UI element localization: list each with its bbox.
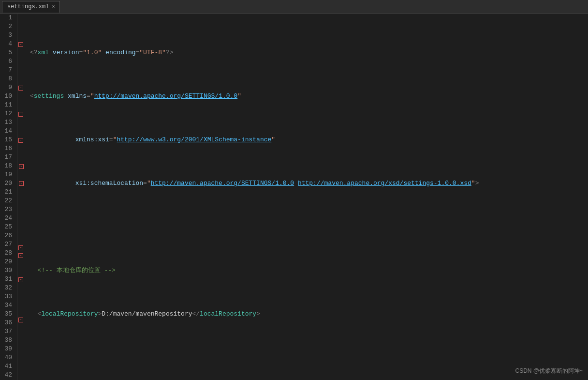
settings-xml-tab[interactable]: settings.xml × [2, 1, 60, 13]
fold-line-6 [17, 57, 25, 66]
fold-line-16 [17, 144, 25, 153]
fold-line-43 [17, 364, 25, 372]
fold-line-20[interactable]: - [17, 179, 25, 187]
code-line-4: xsi:schemaLocation="http://maven.apache.… [30, 179, 588, 188]
code-line-5 [30, 223, 588, 231]
fold-line-4[interactable]: - [17, 40, 25, 48]
fold-line-32[interactable]: - [17, 275, 25, 284]
fold-line-11 [17, 101, 25, 109]
code-line-1: <?xml version="1.0" encoding="UTF-8"?> [30, 48, 588, 57]
fold-line-38 [17, 324, 25, 332]
fold-line-33 [17, 284, 25, 292]
watermark: CSDN @优柔寡断的阿坤~ [515, 367, 583, 375]
fold-line-5 [17, 48, 25, 57]
fold-line-19 [17, 170, 25, 179]
fold-line-14 [17, 127, 25, 136]
code-line-2: <settings xmlns="http://maven.apache.org… [30, 92, 588, 101]
fold-line-36 [17, 308, 25, 316]
fold-line-31 [17, 268, 25, 276]
editor-container: 12345 678910 1112131415 1617181920 21222… [0, 14, 588, 380]
fold-line-7 [17, 66, 25, 75]
fold-line-24 [17, 211, 25, 219]
fold-line-39 [17, 332, 25, 340]
tab-bar: settings.xml × [0, 0, 588, 14]
fold-line-9[interactable]: - [17, 83, 25, 92]
fold-line-25 [17, 219, 25, 228]
fold-line-10 [17, 92, 25, 101]
fold-line-27 [17, 235, 25, 243]
code-line-6: <!-- 本地仓库的位置 --> [30, 266, 588, 275]
fold-line-42 [17, 356, 25, 364]
fold-line-40 [17, 340, 25, 348]
fold-line-13 [17, 118, 25, 127]
fold-line-3 [17, 31, 25, 40]
fold-line-12[interactable]: - [17, 109, 25, 118]
code-area: <?xml version="1.0" encoding="UTF-8"?> <… [25, 14, 588, 380]
fold-line-22 [17, 195, 25, 203]
fold-line-41 [17, 348, 25, 356]
fold-line-35 [17, 300, 25, 308]
fold-line-29[interactable]: - [17, 251, 25, 259]
fold-line-23 [17, 203, 25, 212]
fold-line-1 [17, 14, 25, 22]
code-line-8 [30, 353, 588, 362]
fold-line-28[interactable]: - [17, 243, 25, 252]
fold-line-17 [17, 153, 25, 162]
tab-close-button[interactable]: × [52, 4, 55, 10]
fold-line-37[interactable]: - [17, 316, 25, 324]
fold-line-21 [17, 187, 25, 196]
fold-line-2 [17, 22, 25, 31]
fold-line-15[interactable]: - [17, 136, 25, 144]
fold-line-30 [17, 259, 25, 268]
code-line-3: xmlns:xsi="http://www.w3.org/2001/XMLSch… [30, 136, 588, 144]
fold-gutter: - - - - - - - - - [17, 14, 25, 380]
code-line-7: <localRepository>D:/maven/mavenRepositor… [30, 310, 588, 319]
fold-line-44 [17, 372, 25, 380]
tab-filename: settings.xml [7, 3, 49, 10]
fold-line-8 [17, 75, 25, 83]
line-numbers: 12345 678910 1112131415 1617181920 21222… [0, 14, 17, 380]
fold-line-34 [17, 291, 25, 300]
fold-line-18[interactable]: - [17, 162, 25, 170]
fold-line-26 [17, 228, 25, 236]
